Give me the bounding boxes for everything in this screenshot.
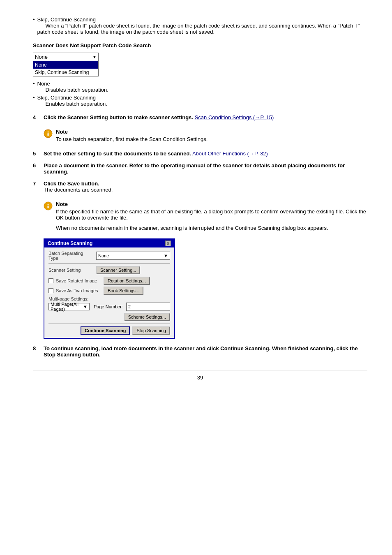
step7-desc: The documents are scanned.	[44, 187, 113, 193]
dialog-stop-button[interactable]: Stop Scanning	[132, 326, 170, 335]
dialog-multipage-dropdown[interactable]: Multi Page(All Pages) ▼	[48, 303, 90, 310]
step7: 7 Click the Save button. The documents a…	[33, 180, 367, 193]
step4: 4 Click the Scanner Setting button to ma…	[33, 114, 367, 120]
none-label: None	[37, 81, 50, 87]
page-number: 39	[197, 375, 203, 381]
dialog-rotated-label: Save Rotated Image	[56, 278, 101, 283]
bullet-dot-skip2: •	[33, 95, 35, 107]
dialog-action-buttons: Continue Scanning Stop Scanning	[48, 326, 170, 335]
skip-continue-label: Skip, Continue Scanning	[37, 16, 96, 23]
dialog-scanner-button[interactable]: Scanner Setting...	[96, 266, 140, 274]
section-heading: Scanner Does Not Support Patch Code Sear…	[33, 42, 367, 49]
dialog-scheme-button[interactable]: Scheme Settings...	[124, 313, 170, 321]
dialog-pagenumber-input[interactable]	[126, 303, 170, 311]
skip-bullet2: • Skip, Continue Scanning Enables batch …	[33, 95, 367, 107]
skip-continue-bullet: • Skip, Continue Scanning When a "Patch …	[33, 16, 367, 35]
dialog-batch-dropdown[interactable]: None ▼	[96, 252, 170, 260]
note1-label: Note	[56, 129, 208, 135]
dialog-sep1	[48, 263, 170, 264]
dialog-batch-value: None	[98, 253, 109, 258]
step7-label: Click the Save button.	[44, 180, 99, 187]
step4-link[interactable]: Scan Condition Settings (→P. 15)	[195, 114, 274, 120]
dropdown-list: None Skip, Continue Scanning	[33, 61, 98, 76]
dropdown-option-skip[interactable]: Skip, Continue Scanning	[33, 69, 98, 76]
dropdown-option-none[interactable]: None	[33, 61, 98, 69]
dialog-close-button[interactable]: ×	[165, 240, 171, 246]
none-desc: Disables batch separation.	[37, 87, 108, 93]
dropdown-value: None	[35, 54, 48, 60]
dialog-twoimg-row: Save As Two Images Book Settings...	[48, 287, 170, 295]
dialog-twoimg-checkbox[interactable]	[48, 288, 53, 293]
dialog-batch-row: Batch Separating Type None ▼	[48, 251, 170, 261]
dialog-continue-button[interactable]: Continue Scanning	[81, 326, 130, 335]
dialog-body: Batch Separating Type None ▼ Scanner Set…	[44, 247, 174, 338]
note2-label: Note	[56, 201, 367, 207]
svg-point-4	[48, 204, 49, 205]
dialog-batch-label: Batch Separating Type	[48, 251, 94, 261]
note-icon1	[44, 129, 53, 138]
svg-rect-2	[48, 133, 49, 136]
skip-desc2: Enables batch separation.	[37, 101, 107, 107]
step4-number: 4	[33, 114, 39, 120]
step6: 6 Place a document in the scanner. Refer…	[33, 162, 367, 175]
step5-number: 5	[33, 150, 39, 157]
dialog-sep2	[48, 324, 170, 324]
step5-link-page: →P. 32)	[249, 150, 268, 157]
dialog-scanner-row: Scanner Setting Scanner Setting...	[48, 266, 170, 274]
step8-number: 8	[33, 345, 39, 358]
dialog-rotation-button[interactable]: Rotation Settings...	[104, 277, 150, 285]
dialog-twoimg-label: Save As Two Images	[56, 288, 101, 293]
patch-code-dropdown[interactable]: None ▼ None Skip, Continue Scanning	[33, 53, 99, 76]
step5-link[interactable]: About Other Functions (→P. 32)	[192, 150, 268, 157]
note-icon2	[44, 201, 53, 210]
skip-label2: Skip, Continue Scanning	[37, 95, 96, 101]
page-footer: 39	[33, 370, 367, 381]
dialog-multipage-row: Multi Page(All Pages) ▼ Page Number:	[48, 303, 170, 311]
step7-number: 7	[33, 180, 39, 193]
dropdown-selected[interactable]: None ▼	[33, 53, 98, 61]
dialog-multipage-section: Multi-page Settings:	[48, 296, 170, 301]
note2-text2: When no documents remain in the scanner,…	[56, 225, 367, 231]
svg-rect-5	[48, 206, 49, 208]
step8-text: To continue scanning, load more document…	[44, 345, 358, 358]
dialog-pagenumber-label: Page Number:	[94, 304, 123, 309]
note1-box: Note To use batch separation, first make…	[44, 126, 367, 145]
step4-text: Click the Scanner Setting button to make…	[44, 114, 193, 120]
step5-link-text: About Other Functions (	[192, 150, 249, 157]
bullet-dot-none: •	[33, 81, 35, 93]
none-bullet: • None Disables batch separation.	[33, 81, 367, 93]
dialog-multipage-arrow: ▼	[83, 304, 88, 309]
note1-text: To use batch separation, first make the …	[56, 136, 208, 142]
dialog-scanner-label: Scanner Setting	[48, 268, 94, 273]
bullet-dot: •	[33, 16, 35, 35]
step4-link-page: →P. 15)	[255, 114, 274, 120]
step5-text: Set the other setting to suit the docume…	[44, 150, 191, 157]
svg-point-1	[48, 132, 49, 133]
dialog-titlebar: Continue Scanning ×	[44, 239, 174, 247]
continue-scanning-dialog: Continue Scanning × Batch Separating Typ…	[44, 238, 175, 339]
step6-number: 6	[33, 162, 39, 175]
dialog-rotated-row: Save Rotated Image Rotation Settings...	[48, 277, 170, 285]
step4-link-text: Scan Condition Settings (	[195, 114, 255, 120]
note2-text1: If the specified file name is the same a…	[56, 208, 367, 221]
skip-continue-desc: When a "Patch II" patch code sheet is fo…	[37, 23, 360, 35]
dropdown-container: None ▼ None Skip, Continue Scanning	[33, 53, 99, 76]
dialog-wrapper: Continue Scanning × Batch Separating Typ…	[44, 238, 367, 339]
step5: 5 Set the other setting to suit the docu…	[33, 150, 367, 157]
dialog-twoimg-button[interactable]: Book Settings...	[104, 287, 143, 295]
dialog-title: Continue Scanning	[48, 240, 92, 246]
dialog-batch-arrow: ▼	[164, 253, 168, 258]
step6-text: Place a document in the scanner. Refer t…	[44, 162, 345, 175]
dialog-rotated-checkbox[interactable]	[48, 278, 53, 283]
dialog-multipage-value: Multi Page(All Pages)	[51, 302, 83, 312]
step8: 8 To continue scanning, load more docume…	[33, 345, 367, 358]
dialog-scheme-row: Scheme Settings...	[48, 313, 170, 321]
note2-box: Note If the specified file name is the s…	[44, 199, 367, 234]
dropdown-arrow: ▼	[92, 55, 97, 59]
